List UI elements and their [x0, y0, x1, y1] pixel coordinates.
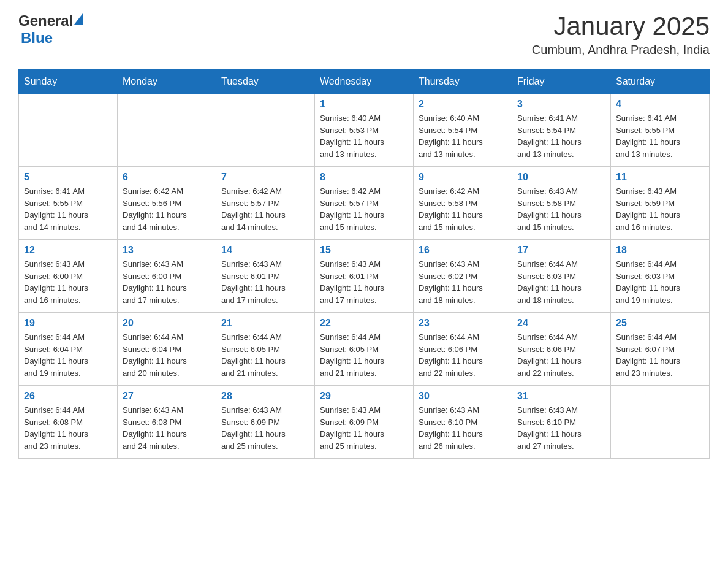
- day-info: Sunrise: 6:41 AM Sunset: 5:55 PM Dayligh…: [616, 112, 704, 160]
- day-info: Sunrise: 6:44 AM Sunset: 6:04 PM Dayligh…: [24, 331, 112, 379]
- day-info: Sunrise: 6:44 AM Sunset: 6:05 PM Dayligh…: [320, 331, 408, 379]
- day-info: Sunrise: 6:41 AM Sunset: 5:55 PM Dayligh…: [24, 185, 112, 233]
- day-info: Sunrise: 6:43 AM Sunset: 6:02 PM Dayligh…: [419, 258, 507, 306]
- calendar-cell: 25Sunrise: 6:44 AM Sunset: 6:07 PM Dayli…: [611, 313, 710, 386]
- calendar-week-row: 1Sunrise: 6:40 AM Sunset: 5:53 PM Daylig…: [19, 94, 710, 167]
- calendar-header-sunday: Sunday: [19, 70, 118, 94]
- day-number: 5: [24, 172, 112, 183]
- logo-blue-text: Blue: [21, 29, 53, 46]
- calendar-cell: 6Sunrise: 6:42 AM Sunset: 5:56 PM Daylig…: [118, 167, 216, 240]
- day-number: 16: [419, 245, 507, 256]
- calendar-cell: 12Sunrise: 6:43 AM Sunset: 6:00 PM Dayli…: [19, 240, 118, 313]
- calendar-cell: 9Sunrise: 6:42 AM Sunset: 5:58 PM Daylig…: [414, 167, 512, 240]
- calendar-cell: 10Sunrise: 6:43 AM Sunset: 5:58 PM Dayli…: [512, 167, 611, 240]
- day-number: 23: [419, 318, 507, 329]
- calendar-cell: 4Sunrise: 6:41 AM Sunset: 5:55 PM Daylig…: [611, 94, 710, 167]
- day-info: Sunrise: 6:42 AM Sunset: 5:56 PM Dayligh…: [123, 185, 211, 233]
- calendar-cell: 5Sunrise: 6:41 AM Sunset: 5:55 PM Daylig…: [19, 167, 118, 240]
- day-number: 20: [123, 318, 211, 329]
- logo-general-text: General: [18, 12, 73, 29]
- day-info: Sunrise: 6:42 AM Sunset: 5:57 PM Dayligh…: [320, 185, 408, 233]
- day-info: Sunrise: 6:42 AM Sunset: 5:57 PM Dayligh…: [221, 185, 309, 233]
- calendar-cell: 23Sunrise: 6:44 AM Sunset: 6:06 PM Dayli…: [414, 313, 512, 386]
- day-number: 17: [517, 245, 605, 256]
- logo-arrow-icon: [74, 13, 83, 25]
- day-info: Sunrise: 6:44 AM Sunset: 6:06 PM Dayligh…: [517, 331, 605, 379]
- day-info: Sunrise: 6:40 AM Sunset: 5:54 PM Dayligh…: [419, 112, 507, 160]
- day-number: 18: [616, 245, 704, 256]
- day-number: 1: [320, 99, 408, 110]
- calendar-cell: [19, 94, 118, 167]
- calendar-header-saturday: Saturday: [611, 70, 710, 94]
- day-number: 7: [221, 172, 309, 183]
- calendar-cell: [216, 94, 315, 167]
- day-info: Sunrise: 6:43 AM Sunset: 5:58 PM Dayligh…: [517, 185, 605, 233]
- calendar-week-row: 5Sunrise: 6:41 AM Sunset: 5:55 PM Daylig…: [19, 167, 710, 240]
- calendar-cell: 20Sunrise: 6:44 AM Sunset: 6:04 PM Dayli…: [118, 313, 216, 386]
- calendar-cell: 24Sunrise: 6:44 AM Sunset: 6:06 PM Dayli…: [512, 313, 611, 386]
- day-number: 12: [24, 245, 112, 256]
- day-info: Sunrise: 6:43 AM Sunset: 6:00 PM Dayligh…: [123, 258, 211, 306]
- location-title: Cumbum, Andhra Pradesh, India: [532, 43, 710, 57]
- calendar-cell: 22Sunrise: 6:44 AM Sunset: 6:05 PM Dayli…: [315, 313, 414, 386]
- month-title: January 2025: [532, 12, 710, 40]
- calendar-cell: 17Sunrise: 6:44 AM Sunset: 6:03 PM Dayli…: [512, 240, 611, 313]
- day-number: 19: [24, 318, 112, 329]
- calendar-cell: 29Sunrise: 6:43 AM Sunset: 6:09 PM Dayli…: [315, 386, 414, 459]
- day-info: Sunrise: 6:43 AM Sunset: 6:00 PM Dayligh…: [24, 258, 112, 306]
- calendar-cell: 1Sunrise: 6:40 AM Sunset: 5:53 PM Daylig…: [315, 94, 414, 167]
- calendar-cell: 2Sunrise: 6:40 AM Sunset: 5:54 PM Daylig…: [414, 94, 512, 167]
- calendar-cell: 21Sunrise: 6:44 AM Sunset: 6:05 PM Dayli…: [216, 313, 315, 386]
- day-number: 8: [320, 172, 408, 183]
- day-number: 31: [517, 391, 605, 402]
- day-number: 27: [123, 391, 211, 402]
- calendar-cell: 27Sunrise: 6:43 AM Sunset: 6:08 PM Dayli…: [118, 386, 216, 459]
- calendar-header-row: SundayMondayTuesdayWednesdayThursdayFrid…: [19, 70, 710, 94]
- day-number: 21: [221, 318, 309, 329]
- day-info: Sunrise: 6:44 AM Sunset: 6:03 PM Dayligh…: [616, 258, 704, 306]
- day-number: 29: [320, 391, 408, 402]
- calendar-cell: 7Sunrise: 6:42 AM Sunset: 5:57 PM Daylig…: [216, 167, 315, 240]
- day-number: 13: [123, 245, 211, 256]
- day-number: 2: [419, 99, 507, 110]
- day-number: 4: [616, 99, 704, 110]
- calendar-week-row: 26Sunrise: 6:44 AM Sunset: 6:08 PM Dayli…: [19, 386, 710, 459]
- calendar-header-tuesday: Tuesday: [216, 70, 315, 94]
- day-info: Sunrise: 6:41 AM Sunset: 5:54 PM Dayligh…: [517, 112, 605, 160]
- day-number: 24: [517, 318, 605, 329]
- day-info: Sunrise: 6:44 AM Sunset: 6:04 PM Dayligh…: [123, 331, 211, 379]
- calendar-cell: 28Sunrise: 6:43 AM Sunset: 6:09 PM Dayli…: [216, 386, 315, 459]
- day-number: 6: [123, 172, 211, 183]
- calendar-header-thursday: Thursday: [414, 70, 512, 94]
- calendar-cell: 26Sunrise: 6:44 AM Sunset: 6:08 PM Dayli…: [19, 386, 118, 459]
- calendar-cell: 19Sunrise: 6:44 AM Sunset: 6:04 PM Dayli…: [19, 313, 118, 386]
- day-info: Sunrise: 6:43 AM Sunset: 6:09 PM Dayligh…: [320, 404, 408, 452]
- calendar-cell: 8Sunrise: 6:42 AM Sunset: 5:57 PM Daylig…: [315, 167, 414, 240]
- page-header: General Blue January 2025 Cumbum, Andhra…: [18, 12, 710, 57]
- day-number: 14: [221, 245, 309, 256]
- calendar-cell: [611, 386, 710, 459]
- calendar-cell: 16Sunrise: 6:43 AM Sunset: 6:02 PM Dayli…: [414, 240, 512, 313]
- calendar-cell: 13Sunrise: 6:43 AM Sunset: 6:00 PM Dayli…: [118, 240, 216, 313]
- calendar-table: SundayMondayTuesdayWednesdayThursdayFrid…: [18, 69, 710, 459]
- day-info: Sunrise: 6:43 AM Sunset: 6:09 PM Dayligh…: [221, 404, 309, 452]
- day-number: 26: [24, 391, 112, 402]
- calendar-header-monday: Monday: [118, 70, 216, 94]
- calendar-cell: 18Sunrise: 6:44 AM Sunset: 6:03 PM Dayli…: [611, 240, 710, 313]
- calendar-cell: [118, 94, 216, 167]
- day-info: Sunrise: 6:44 AM Sunset: 6:06 PM Dayligh…: [419, 331, 507, 379]
- title-area: January 2025 Cumbum, Andhra Pradesh, Ind…: [532, 12, 710, 57]
- day-info: Sunrise: 6:42 AM Sunset: 5:58 PM Dayligh…: [419, 185, 507, 233]
- day-info: Sunrise: 6:44 AM Sunset: 6:03 PM Dayligh…: [517, 258, 605, 306]
- calendar-header-friday: Friday: [512, 70, 611, 94]
- day-info: Sunrise: 6:43 AM Sunset: 5:59 PM Dayligh…: [616, 185, 704, 233]
- day-number: 11: [616, 172, 704, 183]
- calendar-week-row: 12Sunrise: 6:43 AM Sunset: 6:00 PM Dayli…: [19, 240, 710, 313]
- day-info: Sunrise: 6:40 AM Sunset: 5:53 PM Dayligh…: [320, 112, 408, 160]
- day-info: Sunrise: 6:44 AM Sunset: 6:07 PM Dayligh…: [616, 331, 704, 379]
- calendar-cell: 15Sunrise: 6:43 AM Sunset: 6:01 PM Dayli…: [315, 240, 414, 313]
- calendar-cell: 31Sunrise: 6:43 AM Sunset: 6:10 PM Dayli…: [512, 386, 611, 459]
- day-info: Sunrise: 6:43 AM Sunset: 6:10 PM Dayligh…: [517, 404, 605, 452]
- day-number: 9: [419, 172, 507, 183]
- calendar-cell: 11Sunrise: 6:43 AM Sunset: 5:59 PM Dayli…: [611, 167, 710, 240]
